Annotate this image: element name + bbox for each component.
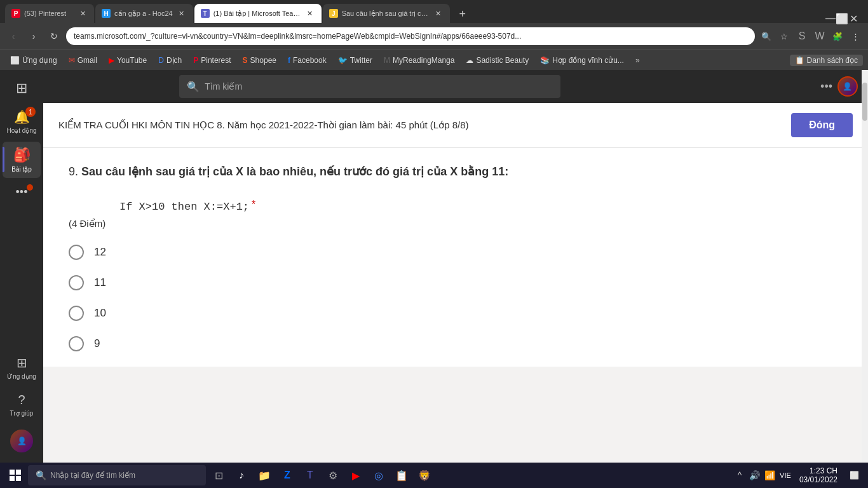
dich-label: Dịch	[166, 56, 182, 65]
svg-rect-1	[16, 470, 21, 475]
more-options-icon[interactable]: •••	[820, 80, 832, 93]
maximize-button[interactable]: ⬜	[837, 14, 846, 23]
tab-hoc24[interactable]: H cần gặp a - Hoc24 ✕	[95, 4, 193, 23]
tab-sau-cau-lenh[interactable]: J Sau câu lệnh sau giá trị của X là b...…	[323, 4, 450, 23]
tab-hoc24-close[interactable]: ✕	[177, 8, 187, 18]
search-placeholder: Tìm kiếm	[205, 81, 242, 92]
tab-sau-cau-lenh-title: Sau câu lệnh sau giá trị của X là b...	[342, 10, 430, 18]
main-layout: ⊞ 1 🔔 Hoạt động 🎒 Bài tập ••• ⊞ Ứng dụng	[0, 70, 868, 463]
myreadingmanga-favicon: M	[384, 56, 390, 65]
bookmark-myreadingmanga[interactable]: M MyReadingManga	[379, 55, 459, 66]
bookmark-apps[interactable]: ⬜ Ứng dụng	[5, 55, 62, 66]
taskbar-teams-app[interactable]: 📋	[391, 465, 412, 485]
address-input[interactable]: teams.microsoft.com/_?culture=vi-vn&coun…	[66, 27, 755, 45]
bookmark-gmail[interactable]: ✉ Gmail	[64, 55, 102, 66]
minimize-button[interactable]: —	[826, 14, 835, 23]
bookmark-youtube[interactable]: ▶ YouTube	[104, 55, 152, 66]
taskbar-file-explorer[interactable]: 📁	[254, 465, 275, 485]
search-icon[interactable]: 🔍	[759, 29, 774, 44]
gmail-favicon: ✉	[69, 56, 75, 65]
bookmark-sadistic-beauty[interactable]: ☁ Sadistic Beauty	[461, 55, 534, 66]
taskbar-chrome[interactable]: ◎	[369, 465, 389, 485]
bookmark-facebook[interactable]: f Facebook	[283, 55, 332, 66]
menu-button[interactable]: ⋮	[848, 29, 863, 44]
facebook-label: Facebook	[293, 56, 327, 65]
taskbar-tiktok[interactable]: ♪	[231, 465, 252, 485]
option-9[interactable]: 9	[69, 336, 843, 351]
option-12[interactable]: 12	[69, 245, 843, 260]
new-tab-button[interactable]: +	[454, 5, 471, 23]
close-quiz-button[interactable]: Đóng	[791, 113, 853, 137]
shopee-label: Shopee	[250, 56, 276, 65]
taskbar-teams-pinned[interactable]: T	[300, 465, 320, 485]
radio-10[interactable]	[69, 306, 84, 321]
option-10[interactable]: 10	[69, 306, 843, 321]
bookmarks-more[interactable]: »	[630, 55, 645, 66]
bookmark-pinterest[interactable]: P Pinterest	[188, 55, 236, 66]
scrollbar-thumb[interactable]	[862, 83, 867, 121]
apps-label: Ứng dụng	[22, 56, 57, 65]
bookmark-dich[interactable]: D Dịch	[153, 55, 187, 66]
tray-chevron[interactable]: ^	[733, 469, 746, 482]
notification-button[interactable]: ⬜	[845, 466, 863, 484]
sidebar-item-bai-tap[interactable]: 🎒 Bài tập	[3, 142, 41, 178]
bookmark-icon[interactable]: ☆	[776, 29, 792, 44]
taskbar-search-bar[interactable]: 🔍 Nhập tại đây để tìm kiếm	[28, 465, 206, 485]
tiktok-icon: ♪	[239, 470, 244, 481]
bookmark-twitter[interactable]: 🐦 Twitter	[333, 55, 377, 66]
tray-network[interactable]: 📶	[764, 469, 776, 482]
sidebar-item-grid[interactable]: ⊞	[3, 75, 41, 102]
help-icon: ?	[18, 393, 25, 407]
sidebar-item-hoat-dong[interactable]: 1 🔔 Hoạt động	[3, 104, 41, 139]
taskbar-task-view[interactable]: ⊡	[208, 465, 229, 485]
taskbar-search-icon: 🔍	[36, 470, 46, 480]
tray-speaker[interactable]: 🔊	[749, 469, 761, 482]
search-bar[interactable]: 🔍 Tìm kiếm	[179, 75, 560, 98]
radio-9[interactable]	[69, 336, 84, 351]
sidebar-item-more-dot[interactable]: •••	[3, 180, 41, 204]
youtube-taskbar-icon: ▶	[352, 470, 360, 482]
tray-lang[interactable]: VIE	[779, 469, 792, 482]
main-content: 🔍 Tìm kiếm ••• 👤 KIỂM TRA CUỐI HKI MÔN T…	[43, 70, 868, 367]
bookmark-hop-dong[interactable]: 📚 Hợp đồng vĩnh cửu...	[535, 55, 629, 66]
taskbar-zalo[interactable]: Z	[277, 465, 297, 485]
close-window-button[interactable]: ✕	[849, 14, 858, 23]
taskbar-clock[interactable]: 1:23 CH 03/01/2022	[794, 466, 843, 484]
bookmark-shopee[interactable]: S Shopee	[238, 55, 281, 66]
option-11[interactable]: 11	[69, 275, 843, 290]
w-icon[interactable]: W	[812, 29, 827, 44]
shopee-favicon: S	[243, 56, 248, 65]
tab-teams[interactable]: T (1) Bài tập | Microsoft Teams ✕	[194, 4, 322, 23]
tab-pinterest-close[interactable]: ✕	[78, 8, 88, 18]
start-button[interactable]	[5, 465, 25, 485]
user-avatar[interactable]: 👤	[10, 430, 33, 452]
taskbar-youtube-app[interactable]: ▶	[346, 465, 366, 485]
apps-favicon: ⬜	[10, 56, 20, 65]
radio-12[interactable]	[69, 245, 84, 260]
question-text: 9. Sau câu lệnh sau giá trị của X là bao…	[69, 163, 843, 180]
sidebar-item-ung-dung[interactable]: ⊞ Ứng dụng	[3, 350, 41, 385]
tab-pinterest-title: (53) Pinterest	[24, 10, 74, 17]
radio-11[interactable]	[69, 275, 84, 290]
tab-pinterest[interactable]: P (53) Pinterest ✕	[5, 4, 94, 23]
question-number: 9.	[69, 165, 78, 178]
taskbar-brave[interactable]: 🦁	[414, 465, 435, 485]
scrollbar-track[interactable]	[862, 70, 868, 463]
option-12-label: 12	[94, 246, 106, 259]
refresh-button[interactable]: ↻	[46, 28, 62, 44]
top-avatar[interactable]: 👤	[837, 76, 858, 97]
teams-app-icon: 📋	[395, 470, 408, 482]
back-button[interactable]: ‹	[5, 28, 22, 44]
tab-teams-close[interactable]: ✕	[305, 8, 315, 18]
forward-button[interactable]: ›	[25, 28, 42, 44]
reading-list-button[interactable]: 📋 Danh sách đọc	[790, 55, 863, 66]
tab-sau-cau-lenh-close[interactable]: ✕	[433, 8, 444, 18]
window-controls: — ⬜ ✕	[826, 14, 863, 23]
taskbar-settings[interactable]: ⚙	[323, 465, 343, 485]
extensions-icon[interactable]: 🧩	[830, 29, 845, 44]
apps-grid-icon: ⊞	[17, 355, 27, 370]
facebook-favicon: f	[288, 56, 290, 65]
sidebar-item-tro-giup[interactable]: ? Trợ giúp	[3, 388, 41, 422]
s-icon[interactable]: S	[794, 29, 810, 44]
hoc24-favicon: H	[102, 9, 111, 18]
